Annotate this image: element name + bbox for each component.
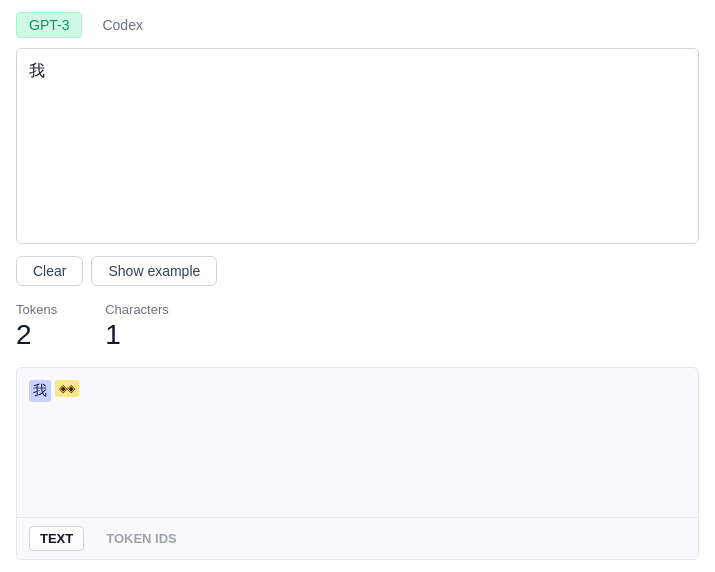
token-display-panel: 我 ◈◈ TEXT TOKEN IDS — [16, 367, 699, 560]
token-content: 我 ◈◈ — [17, 368, 698, 517]
tokens-value: 2 — [16, 319, 57, 351]
characters-stat: Characters 1 — [105, 302, 169, 351]
token-tab-text[interactable]: TEXT — [29, 526, 84, 551]
tokens-stat: Tokens 2 — [16, 302, 57, 351]
characters-value: 1 — [105, 319, 169, 351]
token-chip-1: 我 — [29, 380, 51, 402]
clear-button[interactable]: Clear — [16, 256, 83, 286]
tab-gpt3[interactable]: GPT-3 — [16, 12, 82, 38]
action-buttons: Clear Show example — [16, 256, 699, 286]
tokens-label: Tokens — [16, 302, 57, 317]
token-chip-2: ◈◈ — [55, 380, 79, 397]
show-example-button[interactable]: Show example — [91, 256, 217, 286]
stats-row: Tokens 2 Characters 1 — [16, 302, 699, 351]
main-container: GPT-3 Codex 我 Clear Show example Tokens … — [0, 0, 715, 572]
tab-codex[interactable]: Codex — [90, 13, 154, 37]
token-tab-ids[interactable]: TOKEN IDS — [96, 527, 187, 550]
characters-label: Characters — [105, 302, 169, 317]
model-tabs: GPT-3 Codex — [16, 12, 699, 38]
token-tabs: TEXT TOKEN IDS — [17, 517, 698, 559]
textarea-wrapper: 我 — [16, 48, 699, 244]
text-input[interactable]: 我 — [17, 49, 698, 239]
